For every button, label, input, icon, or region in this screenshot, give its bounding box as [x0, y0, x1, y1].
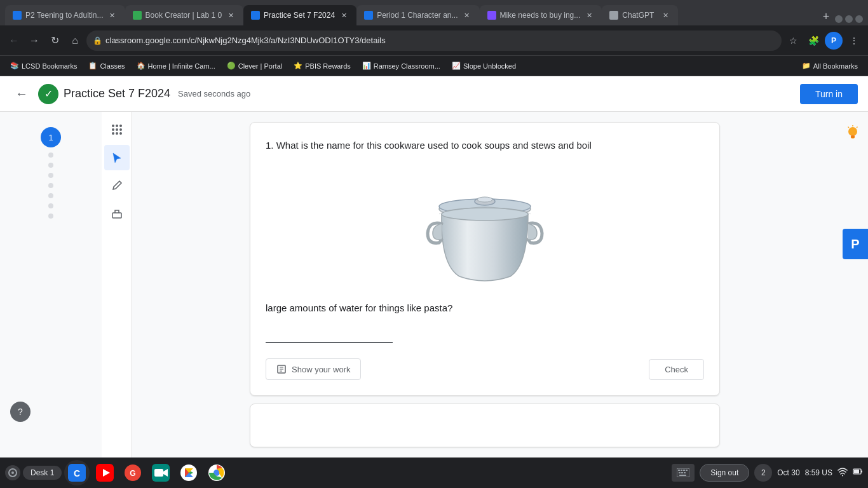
tab-favicon: [13, 11, 22, 20]
tab-close-button[interactable]: ✕: [462, 10, 472, 20]
svg-rect-41: [854, 470, 859, 473]
browser-tab-tab-period1[interactable]: Period 1 Character an... ✕: [356, 5, 479, 25]
question-text: 1. What is the name for this cookware us…: [266, 138, 704, 153]
desk-switcher[interactable]: Desk 1: [23, 466, 62, 480]
hint-icon[interactable]: [841, 122, 864, 145]
browser-tab-tab-practice-set[interactable]: Practice Set 7 F2024 ✕: [243, 5, 356, 25]
eraser-icon: [111, 208, 123, 219]
page-dot-2[interactable]: [48, 152, 53, 158]
meet-icon: [152, 464, 170, 482]
classroom-header: ← ✓ Practice Set 7 F2024 Saved seconds a…: [0, 76, 868, 112]
bookmark-favicon: 🏠: [137, 62, 146, 70]
date-display[interactable]: Oct 30: [777, 468, 799, 477]
sign-out-button[interactable]: Sign out: [700, 464, 749, 482]
question-card: 1. What is the name for this cookware us…: [250, 122, 720, 396]
svg-rect-34: [679, 472, 681, 473]
bookmark-item-bm-home[interactable]: 🏠 Home | Infinite Cam...: [132, 59, 220, 72]
keyboard-svg-icon: [677, 468, 689, 477]
svg-point-5: [442, 208, 528, 220]
menu-icon[interactable]: ⋮: [845, 32, 863, 50]
address-input[interactable]: [86, 30, 782, 51]
tab-title: Practice Set 7 F2024: [264, 11, 335, 20]
forward-button[interactable]: →: [25, 32, 43, 50]
taskbar-app-youtube[interactable]: [92, 460, 118, 485]
chromeos-menu-button[interactable]: [5, 465, 20, 480]
taskbar-app-red-circle[interactable]: G: [120, 460, 146, 485]
cursor-tool-button[interactable]: [104, 145, 130, 170]
bookmark-item-bm-clever[interactable]: 🟢 Clever | Portal: [222, 59, 288, 72]
bookmark-favicon: 📚: [10, 62, 19, 70]
wifi-icon[interactable]: [837, 466, 848, 479]
browser-icons: ☆ 🧩 P ⋮: [784, 32, 863, 50]
tab-favicon: [251, 11, 260, 20]
bookmark-star-icon[interactable]: ☆: [784, 32, 802, 50]
show-work-button[interactable]: Show your work: [266, 358, 361, 380]
page-dot-4[interactable]: [48, 173, 53, 178]
back-button[interactable]: ←: [5, 32, 23, 50]
bookmark-item-bm-pbis[interactable]: ⭐ PBIS Rewards: [288, 59, 356, 72]
p-floating-button[interactable]: P: [843, 229, 868, 259]
taskbar-app-meet[interactable]: [148, 460, 173, 485]
bookmark-item-bm-lcsd[interactable]: 📚 LCSD Bookmarks: [5, 59, 82, 72]
tab-title: ChatGPT: [622, 11, 656, 20]
new-tab-button[interactable]: +: [817, 8, 835, 25]
taskbar-app-play[interactable]: [176, 460, 201, 485]
tab-close-button[interactable]: ✕: [660, 10, 670, 20]
keyboard-icon[interactable]: [672, 464, 695, 482]
play-store-icon: [180, 464, 198, 482]
maximize-button[interactable]: [845, 15, 853, 23]
main-area: 1: [0, 112, 868, 458]
tab-close-button[interactable]: ✕: [226, 10, 236, 20]
bookmark-item-bm-slope[interactable]: 📈 Slope Unblocked: [447, 59, 521, 72]
help-button[interactable]: ?: [10, 402, 31, 422]
wifi-svg-icon: [837, 466, 848, 477]
tab-close-button[interactable]: ✕: [107, 10, 118, 20]
page-dot-7[interactable]: [48, 203, 53, 208]
answer-input[interactable]: [266, 326, 393, 343]
minimize-button[interactable]: [835, 15, 843, 23]
all-bookmarks-button[interactable]: 📁 All Bookmarks: [797, 59, 863, 72]
battery-icon: [853, 466, 863, 479]
browser-tab-tab-book-creator[interactable]: Book Creator | Lab 1 0 ✕: [125, 5, 244, 25]
svg-rect-35: [681, 472, 683, 473]
bookmark-favicon: 🟢: [227, 62, 236, 70]
taskbar-app-chrome[interactable]: [204, 460, 229, 485]
svg-rect-37: [679, 475, 686, 476]
turn-in-button[interactable]: Turn in: [800, 84, 858, 104]
tab-close-button[interactable]: ✕: [339, 10, 349, 20]
drag-tool-button[interactable]: [104, 117, 130, 142]
eraser-tool-button[interactable]: [104, 201, 130, 226]
bookmark-item-bm-classes[interactable]: 📋 Classes: [83, 59, 130, 72]
bookmark-favicon: 📊: [362, 62, 371, 70]
page-dot-6[interactable]: [48, 193, 53, 198]
tab-close-button[interactable]: ✕: [584, 10, 594, 20]
browser-tab-tab-p2[interactable]: P2 Teening to Adultin... ✕: [5, 5, 125, 25]
browser-tab-tab-mike[interactable]: Mike needs to buy ing... ✕: [480, 5, 602, 25]
reload-button[interactable]: ↻: [46, 32, 64, 50]
saved-status: Saved seconds ago: [178, 89, 250, 98]
page-dot-8[interactable]: [48, 214, 53, 219]
svg-rect-40: [861, 471, 862, 473]
notification-badge[interactable]: 2: [754, 464, 772, 482]
extensions-icon[interactable]: 🧩: [804, 32, 822, 50]
tab-title: Book Creator | Lab 1 0: [146, 11, 222, 20]
taskbar-app-camo[interactable]: C: [64, 460, 90, 485]
page-dot-5[interactable]: [48, 183, 53, 188]
check-button[interactable]: Check: [649, 359, 704, 380]
bookmark-item-bm-ramsey[interactable]: 📊 Ramsey Classroom...: [357, 59, 445, 72]
home-button[interactable]: ⌂: [66, 32, 84, 50]
svg-point-28: [214, 470, 219, 475]
battery-svg-icon: [853, 466, 863, 477]
close-button[interactable]: [855, 15, 863, 23]
profile-icon[interactable]: P: [825, 32, 843, 50]
bookmarks-folder-icon: 📁: [802, 62, 811, 70]
back-button[interactable]: ←: [10, 83, 33, 105]
second-question-card: [250, 403, 720, 447]
pen-tool-button[interactable]: [104, 173, 130, 198]
assignment-check-icon: ✓: [38, 84, 58, 104]
svg-text:G: G: [130, 469, 136, 478]
tab-title: Mike needs to buy ing...: [500, 11, 581, 20]
browser-tab-tab-chatgpt[interactable]: ChatGPT ✕: [602, 5, 678, 25]
page-dot-3[interactable]: [48, 163, 53, 168]
page-number-1[interactable]: 1: [41, 127, 61, 147]
